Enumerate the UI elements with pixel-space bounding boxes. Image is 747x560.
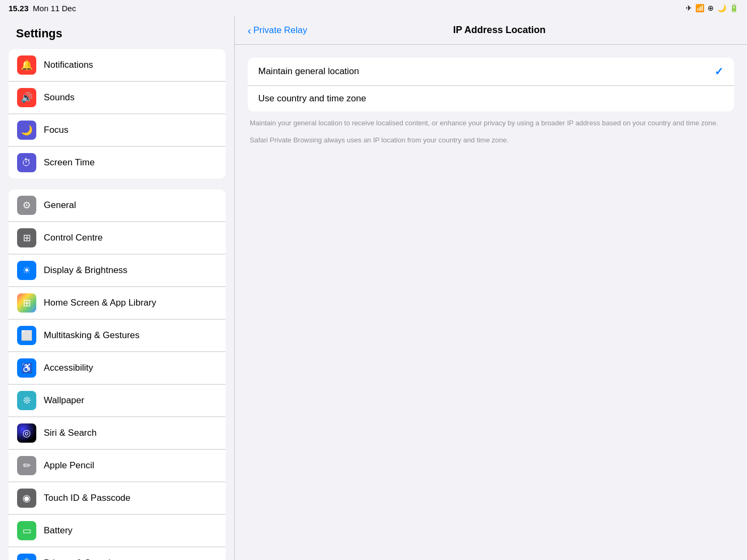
wallpaper-label: Wallpaper	[44, 395, 84, 406]
status-bar: 15.23 Mon 11 Dec ✈ 📶 ⊕ 🌙 🔋	[0, 0, 747, 16]
sidebar-item-screentime[interactable]: ⏱ Screen Time	[9, 147, 226, 179]
status-time: 15.23	[9, 4, 29, 13]
general-label: General	[44, 200, 76, 211]
sidebar-item-homescreen[interactable]: ⊞ Home Screen & App Library	[9, 287, 226, 319]
sidebar-item-wallpaper[interactable]: ❊ Wallpaper	[9, 385, 226, 417]
sidebar-item-display[interactable]: ☀ Display & Brightness	[9, 254, 226, 287]
focus-label: Focus	[44, 125, 68, 135]
notifications-icon: 🔔	[17, 55, 36, 75]
sidebar-item-sounds[interactable]: 🔊 Sounds	[9, 82, 226, 114]
option-general-location-label: Maintain general location	[258, 66, 359, 77]
homescreen-icon: ⊞	[17, 293, 36, 313]
privacy-label: Privacy & Security	[44, 558, 117, 560]
location-icon: ⊕	[708, 4, 714, 12]
battery-label: Battery	[44, 525, 73, 536]
homescreen-label: Home Screen & App Library	[44, 298, 156, 308]
wifi-icon: 📶	[695, 4, 704, 12]
display-label: Display & Brightness	[44, 265, 128, 276]
display-icon: ☀	[17, 261, 36, 280]
moon-icon: 🌙	[717, 4, 726, 12]
applepencil-label: Apple Pencil	[44, 460, 94, 471]
battery-status-icon: 🔋	[729, 4, 738, 12]
status-date: Mon 11 Dec	[33, 4, 76, 13]
sidebar-item-battery[interactable]: ▭ Battery	[9, 515, 226, 547]
controlcentre-icon: ⊞	[17, 228, 36, 247]
sounds-icon: 🔊	[17, 88, 36, 107]
sidebar-item-applepencil[interactable]: ✏ Apple Pencil	[9, 450, 226, 482]
notifications-label: Notifications	[44, 60, 93, 70]
sidebar-item-notifications[interactable]: 🔔 Notifications	[9, 49, 226, 82]
detail-header: ‹ Private Relay IP Address Location	[235, 16, 747, 45]
sidebar-group-2: ⚙ General ⊞ Control Centre ☀ Display & B…	[9, 189, 226, 560]
back-chevron-icon: ‹	[248, 25, 251, 36]
checkmark-icon: ✓	[714, 65, 724, 78]
option-country-timezone-label: Use country and time zone	[258, 93, 366, 104]
sidebar-item-general[interactable]: ⚙ General	[9, 189, 226, 222]
back-button[interactable]: ‹ Private Relay	[248, 25, 307, 36]
sidebar-item-multitasking[interactable]: ⬜ Multitasking & Gestures	[9, 319, 226, 352]
sidebar-item-siri[interactable]: ◎ Siri & Search	[9, 417, 226, 450]
ip-options-group: Maintain general location ✓ Use country …	[248, 58, 734, 111]
touchid-icon: ◉	[17, 489, 36, 508]
battery-icon: ▭	[17, 521, 36, 540]
controlcentre-label: Control Centre	[44, 233, 103, 243]
multitasking-icon: ⬜	[17, 326, 36, 345]
detail-panel: ‹ Private Relay IP Address Location Main…	[235, 16, 747, 560]
screentime-label: Screen Time	[44, 157, 94, 168]
applepencil-icon: ✏	[17, 456, 36, 475]
focus-icon: 🌙	[17, 121, 36, 140]
sidebar-item-controlcentre[interactable]: ⊞ Control Centre	[9, 222, 226, 254]
sidebar-item-focus[interactable]: 🌙 Focus	[9, 114, 226, 147]
sidebar-title: Settings	[0, 27, 234, 49]
siri-label: Siri & Search	[44, 428, 97, 438]
status-icons: ✈ 📶 ⊕ 🌙 🔋	[686, 4, 738, 12]
description-2: Safari Private Browsing always uses an I…	[248, 135, 734, 146]
sidebar-item-accessibility[interactable]: ♿ Accessibility	[9, 352, 226, 385]
touchid-label: Touch ID & Passcode	[44, 493, 131, 503]
multitasking-label: Multitasking & Gestures	[44, 330, 140, 341]
detail-content: Maintain general location ✓ Use country …	[235, 45, 747, 164]
detail-title: IP Address Location	[307, 25, 692, 36]
description-1: Maintain your general location to receiv…	[248, 118, 734, 129]
accessibility-label: Accessibility	[44, 363, 93, 373]
main-container: Settings 🔔 Notifications 🔊 Sounds 🌙 Focu…	[0, 16, 747, 560]
sidebar-group-1: 🔔 Notifications 🔊 Sounds 🌙 Focus ⏱	[9, 49, 226, 179]
sidebar-item-privacy[interactable]: 🔒 Privacy & Security	[9, 547, 226, 560]
airplane-icon: ✈	[686, 4, 692, 12]
sounds-label: Sounds	[44, 92, 75, 103]
option-country-timezone[interactable]: Use country and time zone	[248, 86, 734, 111]
privacy-icon: 🔒	[17, 554, 36, 560]
wallpaper-icon: ❊	[17, 391, 36, 410]
accessibility-icon: ♿	[17, 358, 36, 378]
screentime-icon: ⏱	[17, 153, 36, 172]
sidebar-item-touchid[interactable]: ◉ Touch ID & Passcode	[9, 482, 226, 515]
sidebar: Settings 🔔 Notifications 🔊 Sounds 🌙 Focu…	[0, 16, 235, 560]
back-label: Private Relay	[253, 25, 307, 36]
option-general-location[interactable]: Maintain general location ✓	[248, 58, 734, 86]
siri-icon: ◎	[17, 423, 36, 443]
general-icon: ⚙	[17, 196, 36, 215]
